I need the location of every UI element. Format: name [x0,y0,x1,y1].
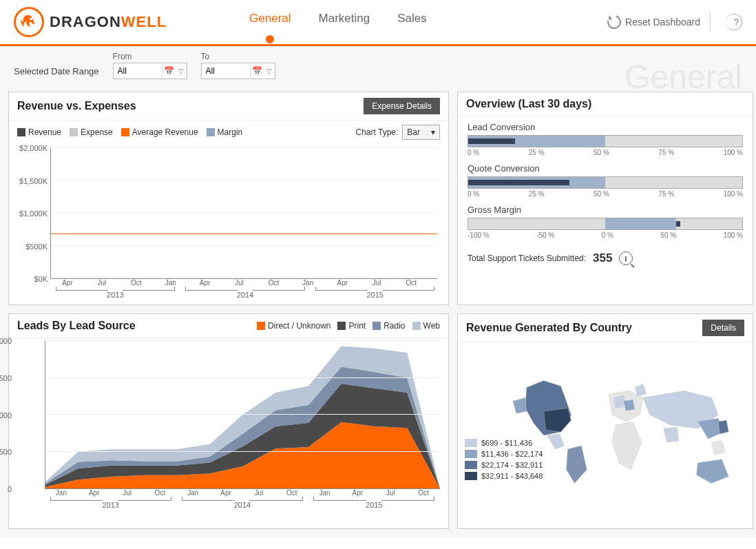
metric-label: Gross Margin [468,205,743,215]
app-header: DRAGONWELL General Marketing Sales Reset… [0,0,756,46]
nav-tab-marketing[interactable]: Marketing [319,12,370,32]
legend-label: Print [348,321,366,331]
dragon-icon [14,7,44,37]
panel-title: Revenue Generated By Country [466,322,632,334]
to-date-picker[interactable]: 📅 ▽ [201,63,275,79]
reset-label: Reset Dashboard [625,17,700,28]
legend-label: $32,911 - $43,648 [481,472,543,480]
calendar-icon[interactable]: 📅 [162,64,176,78]
from-label: From [113,52,187,61]
legend-item: Margin [207,127,243,137]
tickets-count: 355 [593,251,612,265]
legend-item: Revenue [17,127,61,137]
map-legend-item: $32,911 - $43,648 [465,472,543,480]
metric-label: Lead Conversion [468,122,743,132]
metric-label: Quote Conversion [468,163,743,174]
calendar-icon[interactable]: 📅 [250,64,264,78]
brand-logo: DRAGONWELL [14,7,167,37]
leads-area-chart: 05001,0001,5002,000 JanAprJulOctJanAprJu… [9,338,448,515]
metric-bar [468,135,743,147]
legend-swatch [412,322,421,330]
expense-details-button[interactable]: Expense Details [364,98,440,114]
nav-tab-general[interactable]: General [249,12,291,32]
legend-swatch [465,450,477,458]
chevron-down-icon[interactable]: ▽ [176,65,187,76]
legend-item: Direct / Unknown [257,321,330,331]
map-legend-item: $11,436 - $22,174 [465,450,543,458]
legend-swatch [372,322,381,330]
legend-swatch [465,472,477,480]
overview-panel: Overview (Last 30 days) Lead Conversion0… [457,92,753,305]
header-actions: Reset Dashboard ? [607,12,742,32]
leads-panel: Leads By Lead Source Direct / UnknownPri… [8,313,449,529]
main-nav: General Marketing Sales [249,12,427,32]
revenue-legend: RevenueExpenseAverage RevenueMargin Char… [9,121,448,144]
legend-label: Revenue [28,127,61,137]
legend-item: Print [337,321,366,331]
overview-metric: Quote Conversion0 %25 %50 %75 %100 % [468,163,743,198]
legend-label: Direct / Unknown [268,321,330,331]
from-date-group: From 📅 ▽ [113,52,187,79]
from-date-input[interactable] [114,65,162,77]
legend-label: $11,436 - $22,174 [481,450,543,458]
legend-swatch [121,128,129,136]
tickets-label: Total Support Tickets Submitted: [468,253,586,263]
world-map: $699 - $11,436$11,436 - $22,174$22,174 -… [458,342,753,528]
legend-label: Expense [81,127,113,137]
reset-dashboard-button[interactable]: Reset Dashboard [607,15,700,29]
metric-bar [468,176,743,189]
legend-item: Web [412,321,440,331]
revenue-expenses-panel: Revenue vs. Expenses Expense Details Rev… [8,92,449,305]
to-date-input[interactable] [202,65,250,77]
legend-label: $699 - $11,436 [481,439,532,447]
magnify-chart-icon[interactable]: ⫿ [619,251,633,265]
revenue-bar-chart: $0K$500K$1,000K$1,500K$2,000K AprJulOctJ… [9,144,448,304]
legend-label: Web [423,321,440,331]
to-label: To [201,52,275,61]
reset-icon [605,12,623,31]
map-legend-item: $22,174 - $32,911 [465,461,543,469]
legend-swatch [207,128,215,136]
overview-metric: Lead Conversion0 %25 %50 %75 %100 % [468,122,743,156]
map-legend-item: $699 - $11,436 [465,439,543,447]
chart-type-label: Chart Type: [356,127,399,137]
chevron-down-icon[interactable]: ▽ [264,65,275,76]
legend-swatch [465,461,477,469]
from-date-picker[interactable]: 📅 ▽ [113,63,187,79]
chart-type-value: Bar [407,127,420,137]
metric-bar [468,218,743,230]
map-details-button[interactable]: Details [702,320,744,336]
help-icon[interactable]: ? [726,14,742,30]
revenue-by-country-panel: Revenue Generated By Country Details [457,313,753,529]
divider [710,12,711,32]
chart-type-control: Chart Type: Bar ▾ [356,125,441,140]
panel-title: Overview (Last 30 days) [466,98,591,110]
chevron-down-icon: ▾ [431,127,435,137]
legend-swatch [257,322,265,330]
legend-swatch [70,128,78,136]
legend-swatch [337,322,346,330]
legend-item: Radio [372,321,405,331]
overview-metric: Gross Margin-100 %-50 %0 %50 %100 % [468,205,743,239]
panel-title: Revenue vs. Expenses [17,100,136,112]
to-date-group: To 📅 ▽ [201,52,275,79]
dashboard-grid: Revenue vs. Expenses Expense Details Rev… [0,89,756,537]
nav-tab-sales[interactable]: Sales [397,12,427,32]
legend-item: Average Revenue [121,127,198,137]
legend-swatch [17,128,25,136]
legend-label: Radio [384,321,405,331]
legend-label: Average Revenue [132,127,198,137]
panel-title: Leads By Lead Source [17,320,136,332]
legend-label: Margin [218,127,243,137]
filter-bar: Selected Date Range From 📅 ▽ To 📅 ▽ Gene… [0,46,756,89]
chart-type-select[interactable]: Bar ▾ [402,125,440,140]
legend-swatch [465,439,477,447]
brand-text: DRAGONWELL [50,13,167,31]
average-revenue-line [51,234,437,234]
legend-label: $22,174 - $32,911 [481,461,543,469]
date-range-label: Selected Date Range [14,66,99,79]
legend-item: Expense [70,127,113,137]
